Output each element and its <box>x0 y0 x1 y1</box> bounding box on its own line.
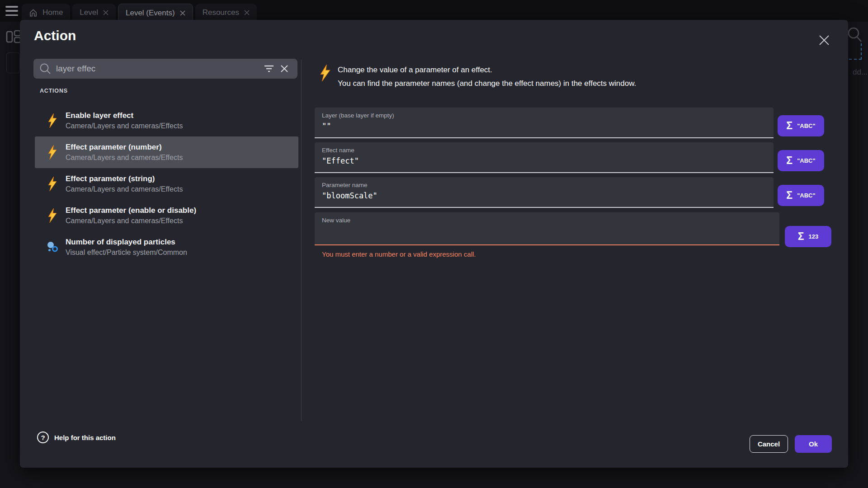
help-icon: ? <box>37 432 49 443</box>
action-path: Camera/Layers and cameras/Effects <box>66 216 196 226</box>
field-parameter-name[interactable]: Parameter name "bloomScale" <box>315 177 774 208</box>
action-title: Effect parameter (enable or disable) <box>66 205 196 216</box>
field-value: "Effect" <box>322 156 766 165</box>
action-path: Camera/Layers and cameras/Effects <box>66 121 183 131</box>
action-description: Change the value of a parameter of an ef… <box>338 63 636 90</box>
action-title: Effect parameter (number) <box>66 142 183 153</box>
filter-button[interactable] <box>261 61 277 76</box>
action-title: Enable layer effect <box>66 110 183 121</box>
action-path: Camera/Layers and cameras/Effects <box>66 153 183 163</box>
lightning-icon <box>320 65 331 83</box>
sigma-icon: Σ <box>798 231 804 242</box>
field-label: Effect name <box>322 147 766 154</box>
field-value: "bloomScale" <box>322 191 766 200</box>
field-label: Parameter name <box>322 182 766 188</box>
field-label: Layer (base layer if empty) <box>322 112 766 119</box>
expression-editor-button[interactable]: Σ 123 <box>785 226 831 247</box>
dialog-close-button[interactable] <box>816 33 832 48</box>
description-line-1: Change the value of a parameter of an ef… <box>338 63 636 77</box>
action-title: Number of displayed particles <box>66 237 187 248</box>
lightning-icon <box>47 145 58 160</box>
action-dialog: Action ACTIONS Enable layer effect <box>20 20 848 468</box>
application-root: Home Level Level (Events) Resources dd..… <box>0 0 868 488</box>
action-list-item-effect-parameter-number[interactable]: Effect parameter (number) Camera/Layers … <box>35 136 298 168</box>
filter-icon <box>264 65 274 73</box>
clear-search-button[interactable] <box>277 61 292 76</box>
expression-editor-button[interactable]: Σ "ABC" <box>778 115 824 136</box>
ok-button[interactable]: Ok <box>795 435 832 453</box>
action-list-item-number-of-particles[interactable]: Number of displayed particles Visual eff… <box>35 231 298 263</box>
panel-divider <box>301 60 302 421</box>
cancel-button[interactable]: Cancel <box>750 435 788 453</box>
field-value: "" <box>322 122 766 131</box>
action-list-item-enable-layer-effect[interactable]: Enable layer effect Camera/Layers and ca… <box>35 105 298 136</box>
search-box <box>33 59 297 79</box>
description-line-2: You can find the parameter names (and ch… <box>338 77 636 90</box>
field-label: New value <box>322 217 772 224</box>
help-link[interactable]: ? Help for this action <box>37 432 116 443</box>
expression-type-label: "ABC" <box>797 122 816 129</box>
search-icon <box>39 62 52 75</box>
expression-type-label: 123 <box>809 233 819 240</box>
expression-type-label: "ABC" <box>797 157 816 164</box>
field-new-value[interactable]: New value <box>315 212 779 245</box>
action-list: Enable layer effect Camera/Layers and ca… <box>35 105 298 263</box>
expression-type-label: "ABC" <box>797 192 816 199</box>
field-layer[interactable]: Layer (base layer if empty) "" <box>315 108 774 138</box>
lightning-icon <box>47 208 58 223</box>
sigma-icon: Σ <box>786 155 793 166</box>
help-label: Help for this action <box>54 434 116 441</box>
action-list-item-effect-parameter-enable[interactable]: Effect parameter (enable or disable) Cam… <box>35 200 298 231</box>
action-path: Visual effect/Particle system/Common <box>66 248 187 258</box>
lightning-icon <box>47 113 58 128</box>
close-icon <box>818 34 830 46</box>
action-title: Effect parameter (string) <box>66 174 183 184</box>
dialog-title: Action <box>34 28 76 43</box>
actions-section-label: ACTIONS <box>40 88 68 94</box>
search-input[interactable] <box>56 64 261 74</box>
sigma-icon: Σ <box>786 121 793 131</box>
expression-editor-button[interactable]: Σ "ABC" <box>778 150 824 171</box>
action-list-item-effect-parameter-string[interactable]: Effect parameter (string) Camera/Layers … <box>35 168 298 200</box>
sigma-icon: Σ <box>786 190 793 201</box>
close-icon <box>280 65 288 73</box>
validation-error-message: You must enter a number or a valid expre… <box>322 250 476 258</box>
field-effect-name[interactable]: Effect name "Effect" <box>315 142 774 173</box>
action-path: Camera/Layers and cameras/Effects <box>66 184 183 194</box>
lightning-icon <box>47 177 58 191</box>
expression-editor-button[interactable]: Σ "ABC" <box>778 185 824 206</box>
particles-icon <box>47 241 58 253</box>
